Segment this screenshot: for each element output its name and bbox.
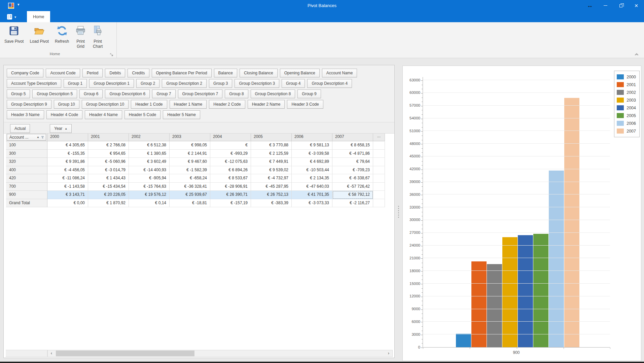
data-cell[interactable]: € -3 073,33	[292, 199, 332, 208]
legend-entry-2002[interactable]: 2002	[617, 88, 636, 96]
data-cell[interactable]: € 0,14	[129, 199, 170, 208]
field-button-group-description-4[interactable]: Group Description 4	[307, 79, 352, 88]
field-button-group-description-2[interactable]: Group Description 2	[162, 79, 207, 88]
data-cell[interactable]: € 1 434,43	[88, 174, 129, 183]
data-cell[interactable]: € 9 467,60	[170, 158, 210, 166]
data-cell[interactable]: € -383,39	[251, 199, 292, 208]
field-button-header-5-code[interactable]: Header 5 Code	[124, 110, 160, 119]
data-cell[interactable]: € -3 039,58	[292, 150, 332, 158]
restore-button[interactable]	[613, 0, 629, 11]
field-button-group-description-3[interactable]: Group Description 3	[235, 79, 279, 88]
data-cell[interactable]: € -658,24	[170, 174, 210, 183]
data-cell[interactable]: € -6 338,67	[332, 174, 373, 183]
data-cell[interactable]: € 9 581,13	[292, 141, 332, 150]
field-button-group-description-10[interactable]: Group Description 10	[82, 100, 129, 109]
field-button-balance[interactable]: Balance	[214, 69, 237, 77]
field-button-group-description-8[interactable]: Group Description 8	[251, 89, 295, 98]
field-button-header-5-name[interactable]: Header 5 Name	[163, 110, 200, 119]
data-cell[interactable]: € 1 380,65	[129, 150, 170, 158]
column-header-2000[interactable]: 2000	[47, 134, 88, 141]
scrollbar-thumb[interactable]	[56, 351, 194, 356]
field-button-group-description-5[interactable]: Group Description 5	[32, 89, 77, 98]
field-button-header-3-code[interactable]: Header 3 Code	[287, 100, 323, 109]
data-cell[interactable]: € 954,65	[88, 150, 129, 158]
data-cell[interactable]: € -11 086,24	[47, 174, 88, 183]
field-button-group-1[interactable]: Group 1	[64, 79, 87, 88]
application-menu-button[interactable]: ▾	[7, 13, 21, 20]
data-cell[interactable]: € -14 400,93	[129, 166, 170, 175]
data-cell[interactable]: € -15 434,54	[88, 183, 129, 191]
filter-funnel-icon[interactable]	[41, 136, 44, 139]
data-cell[interactable]: € -905,94	[129, 174, 170, 183]
dialog-launcher-icon[interactable]	[110, 53, 114, 57]
column-header-2001[interactable]: 2001	[88, 134, 129, 141]
data-cell[interactable]: € 41 701,35	[292, 191, 332, 199]
load-pivot-button[interactable]: Load Pivot	[28, 24, 50, 45]
data-cell[interactable]: € -155,35	[47, 150, 88, 158]
field-button-opening-balance[interactable]: Opening Balance	[280, 69, 320, 77]
data-cell[interactable]: € -15 764,63	[129, 183, 170, 191]
field-button-group-10[interactable]: Group 10	[54, 100, 79, 109]
legend-entry-2003[interactable]: 2003	[617, 96, 636, 104]
field-button-account-type-description[interactable]: Account Type Description	[7, 79, 61, 88]
save-pivot-button[interactable]: Save Pivot	[3, 24, 25, 45]
row-header-400[interactable]: 400	[6, 166, 47, 175]
row-header-900[interactable]: 900	[6, 191, 47, 199]
field-button-header-4-code[interactable]: Header 4 Code	[46, 110, 82, 119]
field-button-group-7[interactable]: Group 7	[152, 89, 175, 98]
data-cell[interactable]: € 2 144,91	[170, 150, 210, 158]
data-cell[interactable]: € 998,05	[170, 141, 210, 150]
data-cell[interactable]: € 3 770,88	[251, 141, 292, 150]
row-header-700[interactable]: 700	[6, 183, 47, 191]
data-cell[interactable]: € -5 060,96	[88, 158, 129, 166]
legend-entry-2000[interactable]: 2000	[617, 73, 636, 81]
data-cell[interactable]: € -10 503,44	[292, 166, 332, 175]
field-button-header-2-name[interactable]: Header 2 Name	[248, 100, 285, 109]
data-cell[interactable]: € 3 143,71	[47, 191, 88, 199]
data-cell[interactable]: € 26 752,13	[251, 191, 292, 199]
field-button-group-3[interactable]: Group 3	[209, 79, 232, 88]
chart-bar-2006[interactable]	[549, 171, 564, 348]
row-header-300[interactable]: 300	[6, 150, 47, 158]
field-button-period[interactable]: Period	[82, 69, 103, 77]
data-cell[interactable]: € 6 894,26	[210, 166, 251, 175]
filter-field-actual[interactable]: Actual	[10, 124, 30, 133]
data-cell[interactable]: € 6 512,38	[129, 141, 170, 150]
field-button-group-2[interactable]: Group 2	[136, 79, 159, 88]
chart-bar-2000[interactable]	[456, 334, 471, 347]
field-button-group-8[interactable]: Group 8	[225, 89, 248, 98]
close-button[interactable]: ✕	[629, 0, 644, 11]
legend-entry-2001[interactable]: 2001	[617, 81, 636, 88]
data-cell[interactable]: € -47 640,03	[292, 183, 332, 191]
chart-bar-2005[interactable]	[533, 234, 549, 347]
data-cell[interactable]: € -4 732,97	[251, 174, 292, 183]
scroll-left-icon[interactable]: ‹	[48, 350, 55, 357]
field-button-header-2-code[interactable]: Header 2 Code	[209, 100, 245, 109]
field-button-opening-balance-per-period[interactable]: Opening Balance Per Period	[152, 69, 212, 77]
tab-home[interactable]: Home	[27, 11, 50, 22]
data-cell[interactable]: € 8 533,67	[210, 174, 251, 183]
data-cell[interactable]: € 19 576,12	[129, 191, 170, 199]
data-cell[interactable]: € 2 125,59	[251, 150, 292, 158]
data-cell[interactable]: € -57 726,42	[332, 183, 373, 191]
data-cell[interactable]: € 20 226,05	[88, 191, 129, 199]
data-cell[interactable]: € 2 766,08	[88, 141, 129, 150]
field-button-account-code[interactable]: Account Code	[46, 69, 80, 77]
data-cell[interactable]: € -2 116,27	[332, 199, 373, 208]
column-header-2006[interactable]: 2006	[292, 134, 332, 141]
data-cell[interactable]: € -18,81	[170, 199, 210, 208]
legend-entry-2007[interactable]: 2007	[617, 127, 636, 135]
field-button-group-description-7[interactable]: Group Description 7	[178, 89, 223, 98]
print-grid-button[interactable]: Print Grid	[73, 24, 88, 50]
collapse-ribbon-icon[interactable]	[634, 52, 639, 56]
column-header-2005[interactable]: 2005	[251, 134, 292, 141]
data-cell[interactable]: € -4 456,05	[47, 166, 88, 175]
data-cell[interactable]: € 4 305,65	[47, 141, 88, 150]
data-cell[interactable]: € 9 539,02	[251, 166, 292, 175]
data-cell[interactable]: € -1 143,58	[47, 183, 88, 191]
scroll-right-icon[interactable]: ›	[386, 350, 392, 357]
field-button-credits[interactable]: Credits	[128, 69, 149, 77]
field-button-header-1-name[interactable]: Header 1 Name	[170, 100, 207, 109]
minimize-button[interactable]	[598, 0, 613, 11]
data-cell[interactable]: € 0,00	[47, 199, 88, 208]
